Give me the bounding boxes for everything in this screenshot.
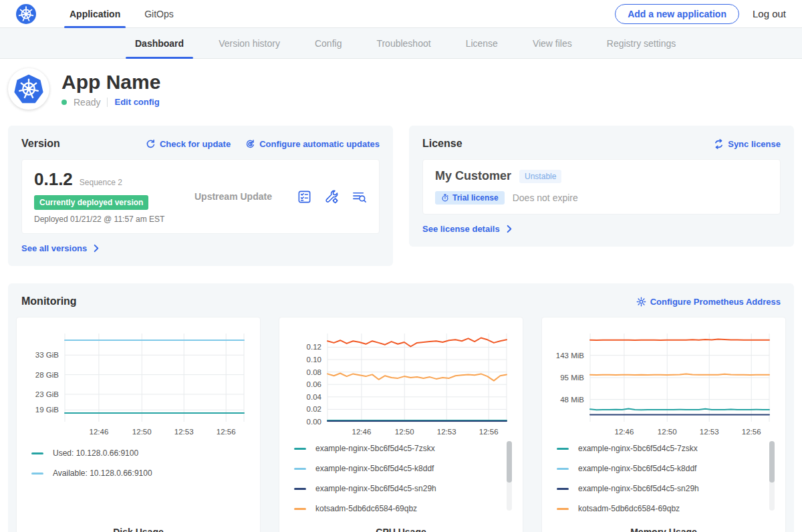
license-card: License Sync license My Customer Unstabl… (409, 126, 794, 247)
legend-item: example-nginx-5bc6f5d4c5-k8ddf (294, 464, 512, 473)
see-all-versions-link[interactable]: See all versions (21, 243, 101, 253)
stopwatch-icon (441, 194, 449, 202)
legend-color-dash (294, 508, 306, 510)
svg-text:0.00: 0.00 (307, 418, 321, 426)
tab-view-files[interactable]: View files (515, 28, 589, 58)
tab-license[interactable]: License (448, 28, 515, 58)
chevron-right-icon (504, 224, 514, 234)
version-heading: Version (21, 138, 60, 150)
svg-text:12:56: 12:56 (479, 428, 499, 434)
deployed-timestamp: Deployed 01/21/22 @ 11:57 am EST (34, 215, 194, 224)
monitoring-heading: Monitoring (21, 295, 77, 307)
config-wrench-icon[interactable] (324, 189, 340, 205)
line-chart: 143 MiB95 MiB48 MiB12:4612:5012:5312:56 (553, 327, 775, 434)
cpu-usage-chart-card: 0.120.100.080.060.040.020.0012:4612:5012… (279, 317, 523, 532)
svg-text:0.04: 0.04 (307, 393, 322, 401)
legend-color-dash (557, 448, 569, 450)
edit-config-link[interactable]: Edit config (114, 97, 159, 107)
tab-troubleshoot[interactable]: Troubleshoot (359, 28, 448, 58)
legend-scrollbar-thumb[interactable] (769, 441, 775, 483)
memory-usage-chart-card: 143 MiB95 MiB48 MiB12:4612:5012:5312:56e… (541, 317, 786, 532)
legend-color-dash (294, 448, 306, 450)
legend-color-dash (294, 468, 306, 470)
svg-text:0.12: 0.12 (307, 343, 321, 351)
preflight-checks-icon[interactable] (297, 189, 312, 205)
legend-color-dash (31, 452, 43, 454)
legend-label: example-nginx-5bc6f5d4c5-sn29h (578, 484, 699, 493)
see-license-details-link[interactable]: See license details (422, 224, 514, 234)
license-heading: License (422, 138, 462, 150)
monitoring-panel: Monitoring Configure Prometheus Address … (8, 283, 794, 532)
legend-color-dash (294, 488, 306, 490)
svg-text:19 GiB: 19 GiB (35, 406, 59, 414)
line-chart: 33 GiB28 GiB23 GiB19 GiB12:4612:5012:531… (27, 327, 249, 439)
legend-color-dash (557, 508, 569, 510)
svg-text:23 GiB: 23 GiB (35, 390, 59, 398)
legend-label: example-nginx-5bc6f5d4c5-7zskx (578, 444, 698, 453)
svg-text:12:56: 12:56 (742, 428, 761, 434)
legend-scrollbar-track[interactable] (769, 441, 775, 511)
license-expiry: Does not expire (513, 192, 578, 203)
version-card: Version Check for update Configure autom… (8, 126, 393, 266)
legend-item: example-nginx-5bc6f5d4c5-7zskx (294, 444, 512, 453)
version-source: Upstream Update (194, 191, 297, 202)
svg-text:28 GiB: 28 GiB (35, 371, 59, 379)
svg-text:48 MiB: 48 MiB (560, 396, 584, 404)
chart-legend: example-nginx-5bc6f5d4c5-7zskxexample-ng… (290, 444, 512, 524)
legend-item: kotsadm-5db6dc6584-69qbz (294, 504, 512, 513)
version-sequence: Sequence 2 (80, 178, 122, 187)
legend-item: example-nginx-5bc6f5d4c5-sn29h (557, 484, 775, 493)
topnav-right: Add a new application Log out (615, 0, 786, 27)
sub-nav: DashboardVersion historyConfigTroublesho… (0, 28, 802, 59)
channel-badge: Unstable (519, 170, 561, 183)
top-nav: ApplicationGitOps Add a new application … (0, 0, 802, 28)
svg-text:0.08: 0.08 (307, 368, 321, 376)
tab-registry-settings[interactable]: Registry settings (589, 28, 693, 58)
legend-color-dash (557, 468, 569, 470)
status-text: Ready (74, 97, 100, 108)
legend-item: example-nginx-5bc6f5d4c5-k8ddf (557, 464, 775, 473)
svg-text:33 GiB: 33 GiB (35, 351, 59, 359)
legend-item: example-nginx-5bc6f5d4c5-sn29h (294, 484, 512, 493)
legend-scrollbar-thumb[interactable] (507, 441, 512, 483)
svg-text:0.02: 0.02 (307, 405, 321, 413)
chart-title: Disk Usage (27, 524, 249, 532)
sync-license-link[interactable]: Sync license (714, 139, 781, 149)
legend-scrollbar-track[interactable] (507, 441, 512, 511)
line-chart: 0.120.100.080.060.040.020.0012:4612:5012… (290, 327, 512, 434)
configure-automatic-updates-link[interactable]: Configure automatic updates (245, 139, 380, 149)
kubernetes-logo-icon (16, 0, 36, 27)
svg-text:12:53: 12:53 (700, 428, 719, 434)
add-application-button[interactable]: Add a new application (615, 4, 739, 24)
tab-dashboard[interactable]: Dashboard (118, 28, 201, 58)
legend-label: example-nginx-5bc6f5d4c5-k8ddf (315, 464, 434, 473)
svg-text:12:46: 12:46 (615, 428, 634, 434)
configure-prometheus-link[interactable]: Configure Prometheus Address (636, 297, 781, 307)
tab-config[interactable]: Config (297, 28, 359, 58)
disk-usage-chart-card: 33 GiB28 GiB23 GiB19 GiB12:4612:5012:531… (16, 317, 261, 532)
legend-item: Available: 10.128.0.66:9100 (31, 469, 249, 478)
tab-application[interactable]: Application (57, 0, 132, 27)
customer-name: My Customer (435, 169, 511, 183)
logout-link[interactable]: Log out (753, 8, 786, 19)
deployed-badge: Currently deployed version (34, 195, 148, 210)
refresh-icon (146, 139, 156, 149)
chart-title: CPU Usage (290, 524, 512, 532)
tab-gitops[interactable]: GitOps (132, 0, 186, 27)
svg-text:0.10: 0.10 (307, 356, 321, 364)
view-logs-icon[interactable] (352, 189, 367, 205)
chart-title: Memory Usage (553, 524, 775, 532)
tab-version-history[interactable]: Version history (201, 28, 297, 58)
legend-label: kotsadm-5db6dc6584-69qbz (315, 504, 417, 513)
gear-icon (636, 297, 646, 307)
svg-text:95 MiB: 95 MiB (560, 374, 584, 382)
svg-text:12:46: 12:46 (352, 428, 372, 434)
trial-license-badge: Trial license (435, 191, 505, 205)
status-dot (61, 100, 67, 105)
legend-label: example-nginx-5bc6f5d4c5-k8ddf (578, 464, 696, 473)
svg-text:12:50: 12:50 (658, 428, 677, 434)
svg-text:12:50: 12:50 (132, 428, 152, 436)
scheduled-update-icon (245, 139, 255, 149)
legend-item: example-nginx-5bc6f5d4c5-7zskx (557, 444, 775, 453)
check-for-update-link[interactable]: Check for update (146, 139, 231, 149)
